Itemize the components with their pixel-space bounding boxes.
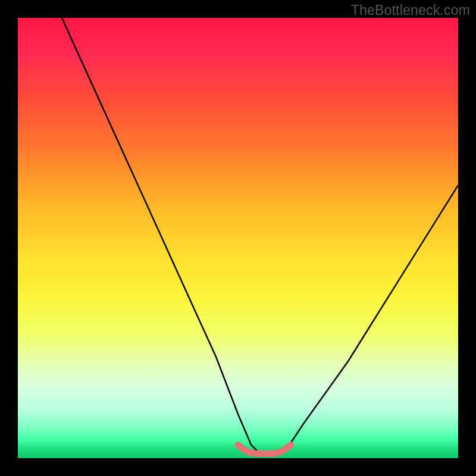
plot-svg [18,18,458,458]
chart-frame: TheBottleneck.com [0,0,476,476]
annotation-valley-highlight [238,445,291,454]
watermark-text: TheBottleneck.com [351,2,470,18]
series-curve [62,18,458,454]
plot-border [18,18,458,458]
